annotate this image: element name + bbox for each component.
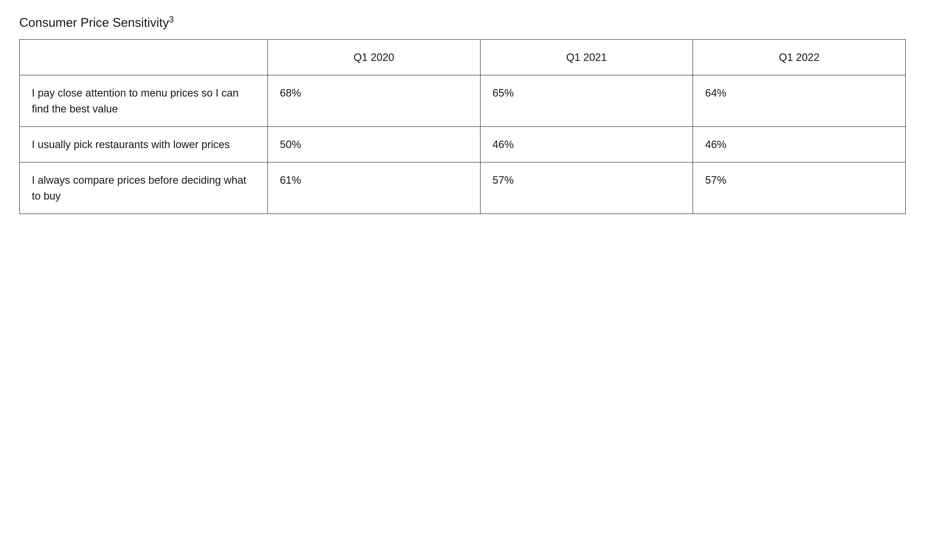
- header-q1-2020: Q1 2020: [268, 39, 480, 75]
- row-2-q1-2022: 46%: [693, 127, 905, 162]
- row-1-q1-2020: 68%: [268, 75, 480, 127]
- row-2-label: I usually pick restaurants with lower pr…: [20, 127, 268, 162]
- row-1-q1-2022: 64%: [693, 75, 905, 127]
- table-row: I always compare prices before deciding …: [20, 162, 905, 214]
- consumer-price-sensitivity-table: Q1 2020 Q1 2021 Q1 2022 I pay close atte…: [19, 39, 906, 214]
- row-3-q1-2021: 57%: [480, 162, 693, 214]
- row-1-label: I pay close attention to menu prices so …: [20, 75, 268, 127]
- header-q1-2021: Q1 2021: [480, 39, 693, 75]
- header-label-col: [20, 39, 268, 75]
- table-header-row: Q1 2020 Q1 2021 Q1 2022: [20, 39, 905, 75]
- table-row: I usually pick restaurants with lower pr…: [20, 127, 905, 162]
- row-3-q1-2022: 57%: [693, 162, 905, 214]
- row-2-q1-2020: 50%: [268, 127, 480, 162]
- row-3-q1-2020: 61%: [268, 162, 480, 214]
- header-q1-2022: Q1 2022: [693, 39, 905, 75]
- page-title: Consumer Price Sensitivity3: [19, 15, 906, 30]
- table-row: I pay close attention to menu prices so …: [20, 75, 905, 127]
- row-1-q1-2021: 65%: [480, 75, 693, 127]
- row-2-q1-2021: 46%: [480, 127, 693, 162]
- row-3-label: I always compare prices before deciding …: [20, 162, 268, 214]
